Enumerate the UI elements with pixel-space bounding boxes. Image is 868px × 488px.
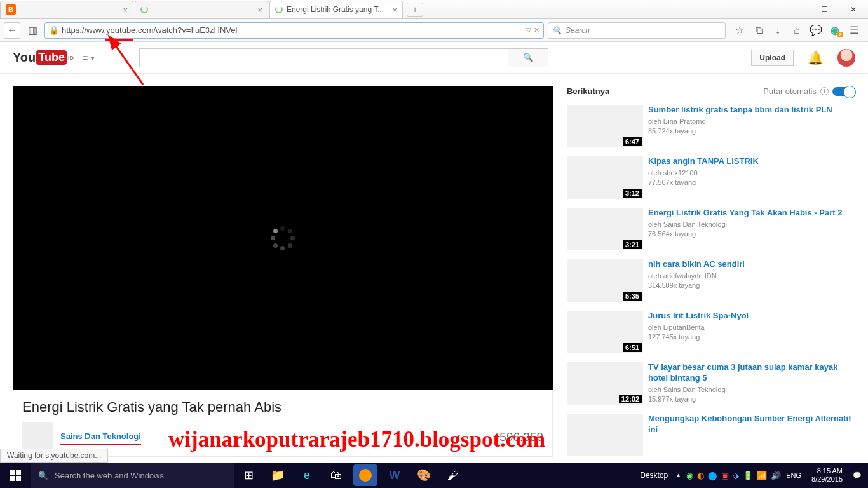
taskbar-search[interactable]: 🔍 Search the web and Windows <box>31 463 234 488</box>
browser-tab[interactable]: × <box>135 1 268 18</box>
new-tab-button[interactable]: + <box>407 3 423 17</box>
app-icon[interactable]: 🖌 <box>438 463 468 488</box>
video-thumbnail: 5:35 <box>567 259 643 302</box>
browser-tab[interactable]: B × <box>0 1 133 18</box>
youtube-header: YouTubeID ≡ ▾ 🔍 Upload 🔔 <box>0 42 868 74</box>
video-thumbnail: 3:21 <box>567 208 643 250</box>
minimize-button[interactable]: — <box>780 1 810 18</box>
loading-spinner <box>271 226 295 250</box>
firefox-icon[interactable] <box>353 464 377 486</box>
edge-icon[interactable]: e <box>292 463 322 488</box>
related-video[interactable]: Mengungkap Kebohongan Sumber Energi Alte… <box>567 414 855 456</box>
tray-icon[interactable]: ◉ <box>686 471 693 480</box>
related-views: 15.977x tayang <box>648 395 855 404</box>
tray-chevron-icon[interactable]: ▲ <box>675 472 681 478</box>
back-button[interactable]: ← <box>4 22 20 39</box>
bookmark-icon[interactable]: ☆ <box>733 24 746 36</box>
close-window-button[interactable]: ✕ <box>839 1 868 18</box>
related-views: 77.567x tayang <box>648 178 759 187</box>
related-title: Mengungkap Kebohongan Sumber Energi Alte… <box>648 414 855 435</box>
tray-icon[interactable]: ▣ <box>721 471 729 480</box>
related-views: 76.564x tayang <box>648 229 842 239</box>
close-icon[interactable]: × <box>392 5 397 15</box>
video-thumbnail: 6:47 <box>567 105 643 147</box>
video-player[interactable] <box>13 86 553 390</box>
view-count: 596.359 <box>499 430 543 444</box>
related-video[interactable]: 5:35nih cara bikin AC sendirioleh ariefw… <box>567 259 855 302</box>
downloads-icon[interactable]: ↓ <box>771 25 784 36</box>
related-title: nih cara bikin AC sendiri <box>648 259 745 270</box>
start-button[interactable] <box>0 463 31 488</box>
blogger-icon: B <box>6 4 16 15</box>
reader-button[interactable]: ▥ <box>24 22 41 39</box>
related-author: oleh Sains Dan Teknologi <box>648 385 855 395</box>
word-icon[interactable]: W <box>380 463 409 488</box>
clear-icon[interactable]: ✕ <box>534 26 539 34</box>
avatar[interactable] <box>837 49 855 67</box>
extension-icon[interactable]: ◉2 <box>829 24 841 36</box>
dropdown-icon[interactable]: ▽ <box>526 26 531 34</box>
svg-rect-5 <box>16 476 21 481</box>
youtube-logo[interactable]: YouTubeID <box>13 50 74 65</box>
bluetooth-icon[interactable]: ⬗ <box>733 471 739 480</box>
maximize-button[interactable]: ☐ <box>810 1 839 18</box>
video-duration: 3:12 <box>623 189 642 198</box>
autoplay-toggle[interactable] <box>832 87 855 96</box>
volume-icon[interactable]: 🔊 <box>771 471 781 480</box>
tray-icon[interactable]: ⬤ <box>708 471 717 480</box>
notifications-icon[interactable]: 🔔 <box>808 50 824 65</box>
channel-name[interactable]: Sains Dan Teknologi <box>60 431 141 445</box>
video-title: Energi Listrik Gratis yang Tak pernah Ab… <box>22 399 543 416</box>
info-icon[interactable]: i <box>820 87 829 95</box>
home-icon[interactable]: ⌂ <box>790 25 803 36</box>
loading-icon <box>140 6 148 13</box>
content-area: Energi Listrik Gratis yang Tak pernah Ab… <box>0 74 868 449</box>
show-desktop[interactable]: Desktop <box>640 471 668 480</box>
tab-title: Energi Listrik Gratis yang T... <box>287 5 390 14</box>
browser-search-box[interactable]: 🔍 Search <box>548 22 726 39</box>
video-thumbnail: 3:12 <box>567 156 643 199</box>
language-indicator[interactable]: ENG <box>786 471 801 479</box>
related-video[interactable]: 6:47Sumber listrik gratis tanpa bbm dan … <box>567 105 855 147</box>
pocket-icon[interactable]: ⧉ <box>752 25 765 36</box>
windows-taskbar: 🔍 Search the web and Windows ⊞ 📁 e 🛍 W 🎨… <box>0 463 868 488</box>
related-video[interactable]: 3:21Energi Listrik Gratis Yang Tak Akan … <box>567 208 855 250</box>
task-view-icon[interactable]: ⊞ <box>234 463 263 488</box>
close-icon[interactable]: × <box>123 5 128 15</box>
search-icon: 🔍 <box>38 471 48 480</box>
video-info: Energi Listrik Gratis yang Tak pernah Ab… <box>13 390 553 457</box>
battery-icon[interactable]: 🔋 <box>743 471 753 480</box>
related-video[interactable]: 12:02TV layar besar cuma 3 jutaan sulap … <box>567 362 855 405</box>
store-icon[interactable]: 🛍 <box>322 463 351 488</box>
tray-icon[interactable]: ◐ <box>697 471 704 480</box>
channel-thumbnail[interactable] <box>22 422 53 452</box>
video-duration: 6:47 <box>623 137 642 146</box>
search-placeholder: Search <box>566 26 590 35</box>
youtube-search-button[interactable]: 🔍 <box>508 48 548 67</box>
upload-button[interactable]: Upload <box>751 50 794 66</box>
network-icon[interactable]: 📶 <box>757 471 767 480</box>
video-thumbnail: 6:51 <box>567 311 643 353</box>
menu-icon[interactable]: ☰ <box>848 24 860 36</box>
sidebar: Berikutnya Putar otomatis i 6:47Sumber l… <box>567 86 855 449</box>
related-author: oleh Sains Dan Teknologi <box>648 220 842 229</box>
action-center-icon[interactable]: 💬 <box>853 471 864 480</box>
chat-icon[interactable]: 💬 <box>810 24 822 36</box>
related-title: Jurus Irit Listrik Spa-Nyol <box>648 311 749 322</box>
paint-icon[interactable]: 🎨 <box>409 463 438 488</box>
guide-button[interactable]: ≡ ▾ <box>83 53 95 63</box>
related-title: TV layar besar cuma 3 jutaan sulap kamar… <box>648 362 855 384</box>
related-video[interactable]: 3:12Kipas angin TANPA LISTRIKoleh shok12… <box>567 156 855 199</box>
autoplay-label: Putar otomatis <box>763 86 817 96</box>
close-icon[interactable]: × <box>257 5 262 15</box>
video-duration: 12:02 <box>619 395 642 403</box>
browser-tab-strip: B × × Energi Listrik Gratis yang T... × … <box>0 0 868 19</box>
youtube-search-input[interactable] <box>139 48 508 67</box>
browser-tab-active[interactable]: Energi Listrik Gratis yang T... × <box>269 1 403 18</box>
video-duration: 5:35 <box>623 292 642 301</box>
file-explorer-icon[interactable]: 📁 <box>263 463 292 488</box>
related-video[interactable]: 6:51Jurus Irit Listrik Spa-Nyololeh Lipu… <box>567 311 855 353</box>
url-bar[interactable]: 🔒 https://www.youtube.com/watch?v=IluE3z… <box>44 22 544 39</box>
up-next-label: Berikutnya <box>567 86 609 96</box>
taskbar-clock[interactable]: 8:15 AM 8/29/2015 <box>806 467 848 484</box>
